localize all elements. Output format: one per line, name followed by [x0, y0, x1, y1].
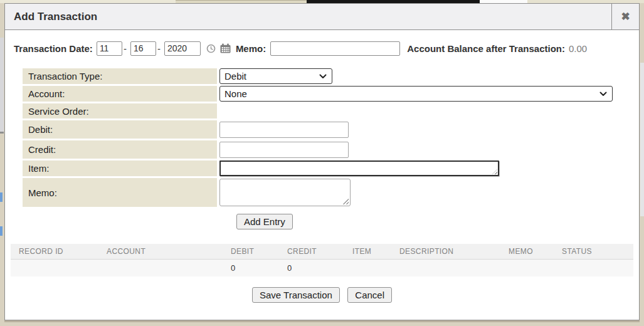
- cell-debit: 0: [231, 263, 287, 273]
- transaction-date-row: Transaction Date: - - Memo:: [14, 38, 639, 58]
- save-transaction-button[interactable]: Save Transaction: [252, 287, 340, 303]
- memo-entry-label: Memo:: [23, 178, 217, 207]
- date-month-input[interactable]: [97, 41, 122, 56]
- memo-input[interactable]: [270, 41, 400, 56]
- credit-input[interactable]: [219, 142, 349, 158]
- table-header-row: RECORD ID ACCOUNT DEBIT CREDIT ITEM DESC…: [11, 244, 633, 260]
- column-header-debit: DEBIT: [231, 247, 287, 256]
- column-header-credit: CREDIT: [287, 247, 352, 256]
- dialog-footer: Save Transaction Cancel: [5, 287, 639, 303]
- credit-label: Credit:: [23, 140, 217, 159]
- account-select[interactable]: None: [219, 86, 613, 102]
- date-day-input[interactable]: [130, 41, 156, 56]
- item-label: Item:: [23, 160, 217, 176]
- cancel-button[interactable]: Cancel: [347, 287, 392, 303]
- debit-label: Debit:: [23, 120, 217, 139]
- close-button[interactable]: ✖: [611, 4, 639, 30]
- column-header-status: STATUS: [562, 247, 633, 256]
- transaction-type-label: Transaction Type:: [23, 68, 217, 84]
- resize-grip-icon: [492, 169, 497, 174]
- column-header-record-id: RECORD ID: [19, 247, 107, 256]
- form-row-account: Account: None: [23, 86, 639, 102]
- form-row-credit: Credit:: [23, 140, 639, 159]
- form-row-transaction-type: Transaction Type: Debit: [23, 68, 639, 84]
- column-header-account: ACCOUNT: [107, 247, 231, 256]
- dialog-titlebar: Add Transaction ✖: [5, 4, 639, 30]
- date-separator: -: [157, 43, 161, 54]
- service-order-label: Service Order:: [23, 103, 217, 118]
- transaction-date-label: Transaction Date:: [14, 43, 93, 54]
- form-row-service-order: Service Order:: [23, 103, 639, 118]
- chevron-down-icon: [319, 74, 327, 79]
- clock-icon[interactable]: [206, 44, 216, 53]
- table-row: 0 0: [11, 260, 633, 276]
- form-row-debit: Debit:: [23, 120, 639, 139]
- page-edge-fragment: [640, 63, 644, 216]
- transaction-type-select[interactable]: Debit: [219, 68, 332, 84]
- cell-credit: 0: [287, 263, 352, 273]
- memo-label: Memo:: [236, 43, 266, 54]
- page-edge-link-fragment: [0, 192, 3, 202]
- date-year-input[interactable]: [164, 41, 201, 56]
- chevron-down-icon: [599, 92, 607, 97]
- account-value: None: [224, 88, 599, 99]
- add-transaction-dialog: Add Transaction ✖ Transaction Date: - -: [4, 3, 640, 320]
- account-label: Account:: [23, 86, 217, 102]
- column-header-description: DESCRIPTION: [399, 247, 509, 256]
- page-edge-fragment: [0, 38, 4, 132]
- calendar-icon[interactable]: [220, 43, 231, 53]
- item-input[interactable]: [219, 160, 499, 176]
- form-row-item: Item:: [23, 160, 639, 176]
- column-header-item: ITEM: [352, 247, 399, 256]
- resize-grip-icon: [342, 198, 349, 204]
- transaction-type-value: Debit: [224, 71, 319, 82]
- account-balance-label: Account Balance after Transaction:: [407, 43, 565, 54]
- add-entry-button[interactable]: Add Entry: [236, 214, 293, 229]
- dialog-title: Add Transaction: [5, 11, 611, 23]
- account-balance-value: 0.00: [569, 43, 587, 54]
- entries-table: RECORD ID ACCOUNT DEBIT CREDIT ITEM DESC…: [11, 244, 633, 276]
- page-edge-link-fragment: [0, 226, 3, 236]
- column-header-memo: MEMO: [509, 247, 562, 256]
- close-icon: ✖: [621, 10, 630, 23]
- debit-input[interactable]: [219, 122, 349, 138]
- page-edge-fragment: [0, 132, 4, 134]
- entry-form: Transaction Type: Debit Account: None: [23, 68, 639, 229]
- form-row-memo: Memo:: [23, 178, 639, 207]
- date-separator: -: [124, 43, 127, 54]
- memo-entry-textarea[interactable]: [219, 179, 351, 206]
